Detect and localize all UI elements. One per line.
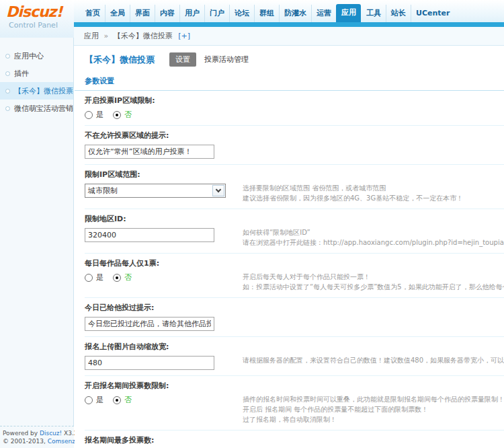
comment-line: 开启后 报名期间 每个作品的投票量不能超过下面的限制票数！ bbox=[243, 404, 504, 414]
sidebar-item[interactable]: 应用中心 bbox=[0, 47, 73, 65]
sidebar-item-label: 微信萌宝活动营销 bbox=[14, 104, 73, 114]
field-body bbox=[85, 144, 504, 159]
text-input[interactable] bbox=[85, 356, 214, 370]
nav-item-link[interactable]: 门户 bbox=[204, 5, 229, 22]
field-control-cell: 是否 bbox=[85, 394, 243, 405]
field-body: 是否插件的报名时间和投票时间可以重叠，此功能就是限制报名期间每个作品的投票量限制… bbox=[85, 394, 504, 424]
nav-item-link[interactable]: 工具 bbox=[361, 5, 386, 22]
nav-item-link[interactable]: UCenter bbox=[411, 5, 454, 22]
comment-line: 过了报名期，将自动取消限制！ bbox=[243, 414, 504, 424]
field-label: 每日每作品每人仅1票: bbox=[85, 259, 504, 268]
comment-line: 请在浏览器中打开此链接：http://app.haoxiangc.com/plu… bbox=[243, 237, 504, 248]
comment-line: 插件的报名时间和投票时间可以重叠，此功能就是限制报名期间每个作品的投票量限制！ bbox=[243, 394, 504, 404]
region-select[interactable]: 城市限制 bbox=[85, 184, 226, 198]
tab-vote-management[interactable]: 投票活动管理 bbox=[204, 54, 249, 65]
text-input[interactable] bbox=[85, 145, 214, 159]
form-row: 限制IP区域范围:城市限制选择要限制的区域范围 省份范围，或者城市范围建议选择省… bbox=[85, 165, 504, 209]
comment-line: 请根据服务器的配置，来设置符合自己的数值！建议数值480，如果服务器带宽小，可以… bbox=[243, 355, 504, 365]
radio-unchecked[interactable] bbox=[85, 111, 93, 119]
radio-option-label: 否 bbox=[124, 110, 132, 120]
form-row: 开启投票IP区域限制:是否 bbox=[85, 91, 504, 126]
comment-line: 选择要限制的区域范围 省份范围，或者城市范围 bbox=[243, 183, 504, 193]
field-label: 开启投票IP区域限制: bbox=[85, 96, 504, 105]
radio-checked[interactable] bbox=[113, 111, 121, 119]
breadcrumb-page: 【禾今】微信投票 bbox=[114, 32, 173, 40]
field-label: 报名上传图片自动缩放宽: bbox=[85, 342, 504, 351]
control-panel-label: Control Panel bbox=[0, 20, 74, 30]
sidebar-item[interactable]: 插件 bbox=[0, 65, 73, 82]
breadcrumb-separator: » bbox=[104, 32, 109, 40]
nav-item-link[interactable]: 首页 bbox=[81, 5, 105, 22]
nav-item-link[interactable]: 站长 bbox=[386, 5, 411, 22]
field-body: 城市限制选择要限制的区域范围 省份范围，或者城市范围建议选择省份限制，因为很多地… bbox=[85, 183, 504, 203]
comment-line: 如：投票活动中设置了“每人每天可投多少票”数值为5，如果此功能开启了，那么他给每… bbox=[243, 282, 504, 292]
radio-group: 是否 bbox=[85, 395, 243, 405]
field-control-cell: 是否 bbox=[85, 272, 243, 283]
radio-group: 是否 bbox=[85, 272, 243, 283]
field-control-cell bbox=[85, 144, 243, 159]
form-row: 限制地区ID:如何获得“限制地区ID”请在浏览器中打开此链接：http://ap… bbox=[85, 209, 504, 254]
top-nav: 首页全局界面内容用户门户论坛群组防灌水运营应用工具站长UCenter bbox=[74, 0, 504, 22]
form-row: 不在允许投票区域的提示: bbox=[85, 126, 504, 165]
comment-line: 开启后每天每人对于每个作品只能投一票！ bbox=[243, 272, 504, 282]
sidebar: 应用中心插件【禾今】微信投票微信萌宝活动营销 bbox=[0, 38, 74, 448]
field-control-cell: 是否 bbox=[85, 109, 243, 120]
form-row: 今日已给他投过提示: bbox=[85, 298, 504, 337]
footer: Powered by Discuz! X3.2 © 2001-2013, Com… bbox=[0, 426, 74, 448]
nav-item-link[interactable]: 界面 bbox=[130, 5, 155, 22]
nav-item-link[interactable]: 全局 bbox=[105, 5, 130, 22]
discuz-link[interactable]: Discuz! bbox=[40, 430, 62, 437]
radio-checked[interactable] bbox=[113, 274, 121, 282]
field-label: 限制IP区域范围: bbox=[85, 170, 504, 179]
sidebar-item-label: 插件 bbox=[14, 69, 29, 79]
field-body: 如何获得“限制地区ID”请在浏览器中打开此链接：http://app.haoxi… bbox=[85, 227, 504, 248]
logo-block: Discuz! Control Panel bbox=[0, 0, 74, 38]
nav-item-link[interactable]: 运营 bbox=[311, 5, 336, 22]
nav-item-active[interactable]: 应用 bbox=[336, 4, 361, 22]
breadcrumb-section[interactable]: 应用 bbox=[84, 32, 99, 40]
text-input[interactable] bbox=[85, 317, 214, 331]
nav-item-link[interactable]: 群组 bbox=[254, 5, 279, 22]
field-label: 开启报名期间投票数限制: bbox=[85, 381, 504, 390]
form-row: 每日每作品每人仅1票:是否开启后每天每人对于每个作品只能投一票！如：投票活动中设… bbox=[85, 254, 504, 298]
bullet-icon bbox=[5, 71, 10, 76]
radio-option-label: 否 bbox=[124, 272, 132, 283]
comment-line: 建议选择省份限制，因为很多地区的4G、3G基站不稳定，不一定在本市！ bbox=[243, 193, 504, 203]
field-label: 报名期间最多投票数: bbox=[85, 436, 504, 445]
form-row: 报名期间最多投票数: bbox=[85, 431, 504, 448]
field-comments: 开启后每天每人对于每个作品只能投一票！如：投票活动中设置了“每人每天可投多少票”… bbox=[243, 272, 504, 292]
breadcrumb-expand-link[interactable]: [+] bbox=[178, 32, 190, 40]
field-comments: 选择要限制的区域范围 省份范围，或者城市范围建议选择省份限制，因为很多地区的4G… bbox=[243, 183, 504, 203]
field-body: 是否开启后每天每人对于每个作品只能投一票！如：投票活动中设置了“每人每天可投多少… bbox=[85, 272, 504, 292]
radio-option-label: 是 bbox=[96, 272, 103, 283]
field-control-cell bbox=[85, 316, 243, 331]
field-body: 请根据服务器的配置，来设置符合自己的数值！建议数值480，如果服务器带宽小，可以… bbox=[85, 355, 504, 370]
radio-option-label: 是 bbox=[96, 395, 103, 405]
bullet-icon bbox=[5, 89, 10, 94]
field-label: 限制地区ID: bbox=[85, 215, 504, 223]
section-title: 参数设置 bbox=[75, 76, 504, 91]
field-body bbox=[85, 316, 504, 331]
sidebar-item-label: 【禾今】微信投票 bbox=[14, 86, 73, 96]
sidebar-item[interactable]: 微信萌宝活动营销 bbox=[0, 100, 73, 117]
sidebar-item[interactable]: 【禾今】微信投票 bbox=[0, 82, 73, 100]
nav-item-link[interactable]: 内容 bbox=[155, 5, 179, 22]
select-dropdown-button[interactable] bbox=[212, 185, 224, 196]
radio-checked[interactable] bbox=[113, 396, 121, 404]
field-comments: 请根据服务器的配置，来设置符合自己的数值！建议数值480，如果服务器带宽小，可以… bbox=[243, 355, 504, 365]
nav-item-link[interactable]: 用户 bbox=[179, 5, 204, 22]
radio-unchecked[interactable] bbox=[85, 274, 93, 282]
radio-option-label: 是 bbox=[96, 110, 103, 120]
form-row: 报名上传图片自动缩放宽:请根据服务器的配置，来设置符合自己的数值！建议数值480… bbox=[85, 337, 504, 376]
discuz-logo: Discuz! bbox=[0, 0, 74, 20]
chevron-down-icon bbox=[216, 187, 221, 192]
tab-settings[interactable]: 设置 bbox=[169, 52, 196, 67]
nav-item-link[interactable]: 防灌水 bbox=[279, 5, 311, 22]
radio-unchecked[interactable] bbox=[85, 396, 93, 404]
settings-form: 开启投票IP区域限制:是否不在允许投票区域的提示:限制IP区域范围:城市限制选择… bbox=[75, 91, 504, 448]
text-input[interactable] bbox=[85, 228, 214, 242]
nav-item-link[interactable]: 论坛 bbox=[229, 5, 254, 22]
select-value: 城市限制 bbox=[85, 186, 118, 196]
field-comments: 如何获得“限制地区ID”请在浏览器中打开此链接：http://app.haoxi… bbox=[243, 227, 504, 248]
field-label: 今日已给他投过提示: bbox=[85, 303, 504, 312]
